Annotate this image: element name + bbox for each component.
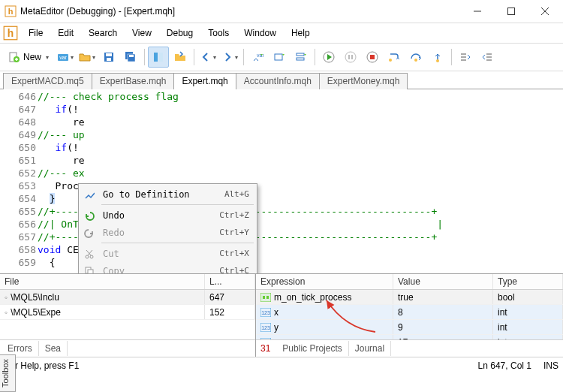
- watch-row[interactable]: 123 x8int: [256, 305, 563, 320]
- svg-point-33: [414, 59, 417, 62]
- menu-file[interactable]: File: [21, 26, 50, 41]
- svg-rect-56: [260, 293, 271, 302]
- step-over-icon[interactable]: [405, 47, 426, 68]
- svg-rect-44: [88, 270, 93, 274]
- menu-edit[interactable]: Edit: [50, 26, 81, 41]
- tool-icon-3[interactable]: [291, 47, 312, 68]
- minimize-button[interactable]: [460, 0, 494, 23]
- svg-rect-25: [297, 58, 304, 60]
- col-expr[interactable]: Expression: [256, 274, 393, 289]
- svg-text:h: h: [8, 7, 14, 16]
- status-bar: For Help, press F1 Ln 647, Col 1 INS: [0, 357, 563, 374]
- svg-text:var: var: [257, 53, 263, 58]
- svg-point-42: [90, 255, 93, 258]
- svg-rect-3: [507, 8, 514, 15]
- svg-text:123: 123: [261, 325, 270, 330]
- app-icon: h: [5, 5, 17, 17]
- save-all-icon[interactable]: [120, 47, 141, 68]
- svg-rect-23: [275, 54, 282, 60]
- svg-rect-28: [348, 55, 350, 59]
- cut-icon: [82, 247, 97, 261]
- menu-view[interactable]: View: [125, 26, 159, 41]
- ctx-redo: RedoCtrl+Y: [80, 224, 255, 241]
- status-help: For Help, press F1: [5, 360, 466, 371]
- stack-row[interactable]: ◦ \MQL5\Expe152: [0, 305, 255, 320]
- status-insert-mode: INS: [543, 360, 558, 371]
- menu-help[interactable]: Help: [284, 26, 318, 41]
- doc-tab[interactable]: AccountInfo.mqh: [236, 73, 320, 89]
- compile-icon[interactable]: var▾: [55, 47, 76, 68]
- ctx-cut: CutCtrl+X: [80, 245, 255, 262]
- debug-pause-icon[interactable]: [340, 47, 361, 68]
- tab-journal[interactable]: Journal: [349, 341, 391, 356]
- svg-rect-31: [370, 55, 375, 59]
- context-menu: Go to DefinitionAlt+GUndoCtrl+ZRedoCtrl+…: [78, 183, 257, 273]
- indent-left-icon[interactable]: [477, 47, 498, 68]
- watch-row[interactable]: m_on_tick_processtruebool: [256, 290, 563, 305]
- save-icon[interactable]: [98, 47, 119, 68]
- svg-rect-19: [129, 55, 134, 57]
- new-button[interactable]: New▾: [3, 47, 54, 68]
- col-file[interactable]: File: [0, 274, 205, 289]
- tab-errors[interactable]: Errors: [2, 341, 39, 356]
- svg-rect-29: [351, 55, 353, 59]
- doc-tab[interactable]: ExpertMACD.mq5: [3, 73, 92, 89]
- tool-icon-1[interactable]: var: [247, 47, 268, 68]
- svg-point-27: [345, 52, 356, 62]
- stack-row[interactable]: ◦ \MQL5\Inclu647: [0, 290, 255, 305]
- menu-search[interactable]: Search: [81, 26, 125, 41]
- mdi-icon[interactable]: h: [3, 26, 18, 41]
- callstack-pane: File L... ◦ \MQL5\Inclu647◦ \MQL5\Expe15…: [0, 274, 255, 357]
- back-icon[interactable]: ▾: [197, 47, 218, 68]
- code-editor[interactable]: 6466476486496506516526536546556566576586…: [0, 89, 563, 273]
- copy-icon: [82, 264, 97, 274]
- tab-search[interactable]: Sea: [39, 341, 68, 356]
- forward-icon[interactable]: ▾: [219, 47, 240, 68]
- document-tabs: ExpertMACD.mq5ExpertBase.mqhExpert.mqhAc…: [0, 71, 563, 89]
- svg-rect-20: [154, 53, 158, 62]
- step-out-icon[interactable]: [427, 47, 448, 68]
- open-icon[interactable]: ▾: [77, 47, 98, 68]
- redo-icon: [82, 226, 97, 240]
- menu-debug[interactable]: Debug: [159, 26, 200, 41]
- toolbar: New▾ var▾ ▾ ▾ ▾ var: [0, 44, 563, 71]
- step-into-icon[interactable]: [384, 47, 405, 68]
- undo-icon: [82, 209, 97, 222]
- col-type[interactable]: Type: [493, 274, 563, 289]
- status-position: Ln 647, Col 1: [478, 360, 531, 371]
- doc-tab[interactable]: ExpertBase.mqh: [92, 73, 175, 89]
- watch-pane: Expression Value Type m_on_tick_processt…: [255, 274, 563, 357]
- svg-rect-21: [159, 53, 163, 62]
- nav-icon[interactable]: [148, 47, 169, 68]
- svg-point-34: [436, 59, 439, 62]
- close-button[interactable]: [528, 0, 561, 23]
- tool-icon-2[interactable]: [269, 47, 290, 68]
- goto-icon: [82, 188, 97, 201]
- titlebar: h MetaEditor (Debugging) - [Expert.mqh]: [0, 0, 563, 23]
- debug-start-icon[interactable]: [318, 47, 339, 68]
- svg-rect-16: [107, 58, 111, 61]
- maximize-button[interactable]: [494, 0, 528, 23]
- debug-stop-icon[interactable]: [362, 47, 383, 68]
- ctx-undo[interactable]: UndoCtrl+Z: [80, 207, 255, 224]
- toolbox-label[interactable]: Toolbox: [0, 354, 16, 392]
- doc-tab[interactable]: Expert.mqh: [173, 73, 236, 89]
- watch-row[interactable]: 123 y9int: [256, 320, 563, 335]
- tab-public-projects[interactable]: Public Projects: [276, 341, 348, 356]
- svg-point-32: [389, 59, 392, 62]
- menubar: h FileEditSearchViewDebugToolsWindowHelp: [0, 23, 563, 44]
- indent-right-icon[interactable]: [455, 47, 476, 68]
- ctx-go-to-definition[interactable]: Go to DefinitionAlt+G: [80, 185, 255, 203]
- menu-window[interactable]: Window: [236, 26, 284, 41]
- toolbox-icon[interactable]: [170, 47, 191, 68]
- svg-text:h: h: [8, 28, 14, 39]
- svg-point-41: [86, 255, 89, 258]
- svg-rect-15: [106, 53, 112, 56]
- col-line[interactable]: L...: [205, 274, 255, 289]
- col-value[interactable]: Value: [393, 274, 493, 289]
- doc-tab[interactable]: ExpertMoney.mqh: [319, 73, 408, 89]
- menu-tools[interactable]: Tools: [200, 26, 236, 41]
- svg-text:var: var: [59, 55, 67, 60]
- svg-text:123: 123: [261, 310, 270, 315]
- bottom-panels: Toolbox File L... ◦ \MQL5\Inclu647◦ \MQL…: [0, 273, 563, 357]
